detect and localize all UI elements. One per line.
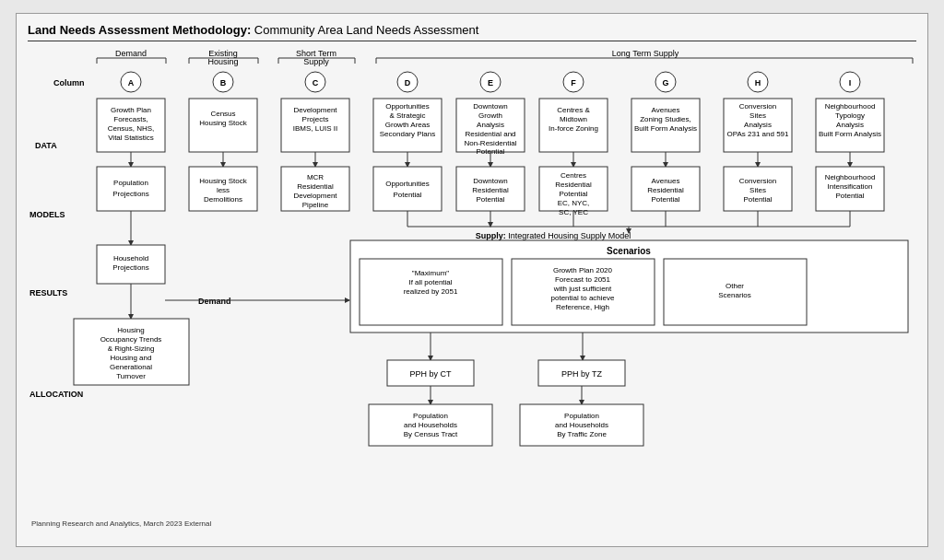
svg-text:Occupancy Trends: Occupancy Trends: [100, 335, 162, 344]
page: Land Needs Assessment Methodology: Commu…: [16, 13, 928, 547]
svg-text:Demand: Demand: [198, 297, 231, 306]
svg-text:Potential: Potential: [651, 195, 679, 204]
svg-text:Housing Stock: Housing Stock: [199, 177, 248, 185]
svg-text:PPH by TZ: PPH by TZ: [561, 369, 602, 379]
svg-text:Analysis: Analysis: [477, 121, 504, 129]
svg-text:RESULTS: RESULTS: [30, 288, 67, 298]
svg-text:less: less: [217, 186, 230, 194]
svg-text:Column: Column: [53, 78, 85, 88]
svg-text:F: F: [571, 78, 576, 88]
svg-text:Planning Research and Analytic: Planning Research and Analytics, March 2…: [31, 519, 211, 528]
svg-text:Conversion: Conversion: [739, 102, 776, 111]
svg-text:Housing: Housing: [117, 326, 144, 334]
svg-text:MCR: MCR: [307, 173, 324, 181]
svg-text:Population: Population: [113, 179, 148, 187]
svg-text:D: D: [405, 78, 411, 88]
svg-text:Non-Residential: Non-Residential: [465, 139, 517, 147]
svg-text:If all potential: If all potential: [408, 278, 452, 286]
svg-text:Midtown: Midtown: [560, 115, 587, 123]
svg-text:Secondary Plans: Secondary Plans: [380, 130, 435, 138]
svg-text:realized by 2051: realized by 2051: [404, 287, 458, 296]
svg-text:Potential: Potential: [476, 195, 504, 204]
svg-text:Demand: Demand: [115, 49, 147, 58]
svg-text:Avenues: Avenues: [652, 106, 680, 114]
title-subtitle: Community Area Land Needs Assessment: [254, 23, 479, 37]
svg-text:In-force Zoning: In-force Zoning: [549, 124, 598, 133]
svg-text:Vital Statistics: Vital Statistics: [108, 134, 154, 142]
svg-text:& Strategic: & Strategic: [389, 111, 425, 120]
svg-text:Turnover: Turnover: [116, 372, 146, 380]
svg-text:By Traffic Zone: By Traffic Zone: [557, 430, 607, 438]
svg-text:Conversion: Conversion: [739, 177, 776, 185]
svg-text:PPH by CT: PPH by CT: [409, 369, 452, 379]
svg-text:Centres: Centres: [560, 171, 586, 180]
svg-text:Built Form Analysis: Built Form Analysis: [634, 124, 697, 133]
svg-text:Growth Plan: Growth Plan: [111, 106, 151, 114]
svg-text:H: H: [755, 78, 761, 88]
svg-text:DATA: DATA: [35, 141, 57, 150]
svg-text:Analysis: Analysis: [744, 121, 772, 129]
svg-text:I: I: [849, 78, 852, 88]
svg-text:Sites: Sites: [749, 111, 766, 120]
svg-text:and Households: and Households: [404, 421, 457, 429]
svg-text:Neighbourhood: Neighbourhood: [825, 102, 876, 111]
svg-text:Development: Development: [293, 106, 337, 114]
svg-text:Potential: Potential: [559, 190, 587, 198]
svg-text:Growth Plan 2020: Growth Plan 2020: [553, 266, 613, 274]
svg-text:Intensification: Intensification: [828, 182, 873, 191]
svg-text:OPAs 231 and 591: OPAs 231 and 591: [726, 130, 789, 138]
svg-text:Downtown: Downtown: [473, 102, 507, 111]
svg-text:Zoning Studies,: Zoning Studies,: [640, 115, 691, 123]
svg-text:E: E: [488, 78, 493, 88]
svg-text:ALLOCATION: ALLOCATION: [30, 390, 83, 399]
svg-text:"Maximum": "Maximum": [412, 269, 450, 277]
svg-text:Opportunities: Opportunities: [385, 102, 430, 111]
svg-text:Forecasts,: Forecasts,: [113, 115, 148, 123]
svg-text:MODELS: MODELS: [30, 210, 65, 219]
svg-text:Projects: Projects: [302, 115, 329, 123]
svg-text:potential to achieve: potential to achieve: [551, 294, 615, 302]
svg-text:Avenues: Avenues: [652, 177, 680, 185]
svg-text:By Census Tract: By Census Tract: [404, 430, 458, 438]
svg-text:Population: Population: [413, 412, 448, 420]
svg-text:A: A: [128, 78, 135, 88]
svg-text:Census, NHS,: Census, NHS,: [108, 124, 155, 133]
svg-text:Development: Development: [293, 192, 337, 200]
svg-text:Housing: Housing: [207, 57, 238, 66]
svg-text:Typology: Typology: [835, 111, 865, 120]
svg-text:Potential: Potential: [743, 195, 772, 204]
svg-text:Demolitions: Demolitions: [204, 195, 242, 204]
svg-text:Population: Population: [564, 412, 599, 420]
svg-text:Potential: Potential: [393, 191, 421, 199]
svg-text:Supply: Supply: [303, 57, 329, 66]
svg-text:C: C: [313, 78, 319, 88]
svg-text:Long Term Supply: Long Term Supply: [612, 49, 679, 58]
svg-text:Growth Areas: Growth Areas: [385, 121, 430, 129]
svg-text:Analysis: Analysis: [836, 121, 864, 129]
svg-text:G: G: [662, 78, 668, 88]
svg-text:Residential: Residential: [647, 186, 684, 194]
svg-text:EC, NYC,: EC, NYC,: [558, 199, 590, 207]
svg-text:Growth: Growth: [478, 111, 502, 120]
svg-text:Household: Household: [113, 254, 148, 262]
svg-text:Opportunities: Opportunities: [385, 180, 430, 188]
svg-text:Residential: Residential: [472, 186, 509, 194]
svg-text:Forecast to 2051: Forecast to 2051: [555, 275, 611, 284]
svg-text:Sites: Sites: [749, 186, 766, 194]
svg-text:B: B: [220, 78, 227, 88]
svg-text:Housing and: Housing and: [111, 354, 152, 362]
svg-text:IBMS, LUIS II: IBMS, LUIS II: [293, 124, 337, 133]
title-bold: Land Needs Assessment Methodology:: [28, 23, 251, 37]
svg-text:Projections: Projections: [112, 263, 149, 272]
svg-text:Residential: Residential: [297, 182, 334, 191]
svg-text:Housing Stock: Housing Stock: [199, 119, 248, 127]
svg-text:with just sufficient: with just sufficient: [553, 285, 612, 293]
diagram: Demand Existing Housing Short Term Suppl…: [28, 47, 918, 535]
svg-text:Residential and: Residential and: [465, 130, 515, 138]
svg-rect-102: [373, 167, 442, 211]
svg-text:Downtown: Downtown: [473, 177, 507, 185]
svg-text:Scenarios: Scenarios: [607, 246, 651, 256]
svg-text:& Right-Sizing: & Right-Sizing: [108, 344, 155, 353]
svg-text:Built Form Analysis: Built Form Analysis: [819, 130, 881, 138]
svg-text:Centres &: Centres &: [557, 106, 590, 114]
